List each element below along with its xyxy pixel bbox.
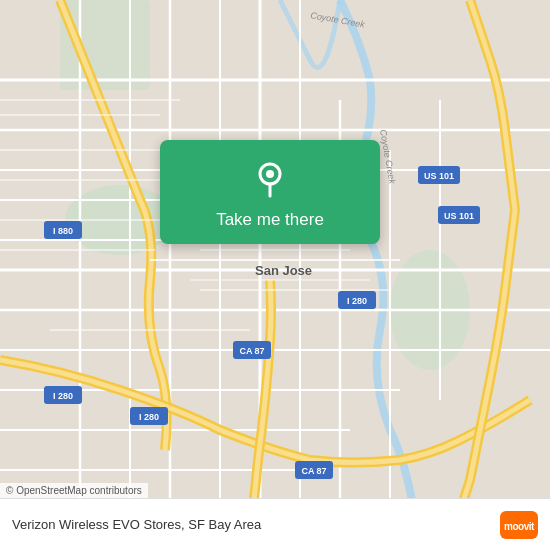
- moovit-logo: moovit: [500, 511, 538, 539]
- svg-text:I 280: I 280: [53, 391, 73, 401]
- map-container: I 880 I 280 I 280 CA 87 CA 87 US 101 US …: [0, 0, 550, 550]
- svg-text:US 101: US 101: [444, 211, 474, 221]
- copyright-text: © OpenStreetMap contributors: [0, 483, 148, 498]
- cta-card[interactable]: Take me there: [160, 140, 380, 244]
- svg-text:CA 87: CA 87: [239, 346, 264, 356]
- location-label: Verizon Wireless EVO Stores, SF Bay Area: [12, 517, 500, 532]
- moovit-icon: moovit: [500, 511, 538, 539]
- svg-text:US 101: US 101: [424, 171, 454, 181]
- take-me-there-button[interactable]: Take me there: [216, 210, 324, 230]
- svg-text:I 280: I 280: [139, 412, 159, 422]
- bottom-bar: Verizon Wireless EVO Stores, SF Bay Area…: [0, 498, 550, 550]
- location-pin-icon: [248, 156, 292, 200]
- svg-text:moovit: moovit: [504, 521, 535, 532]
- svg-point-56: [266, 170, 274, 178]
- svg-text:San Jose: San Jose: [255, 263, 312, 278]
- svg-text:I 280: I 280: [347, 296, 367, 306]
- svg-text:I 880: I 880: [53, 226, 73, 236]
- svg-text:CA 87: CA 87: [301, 466, 326, 476]
